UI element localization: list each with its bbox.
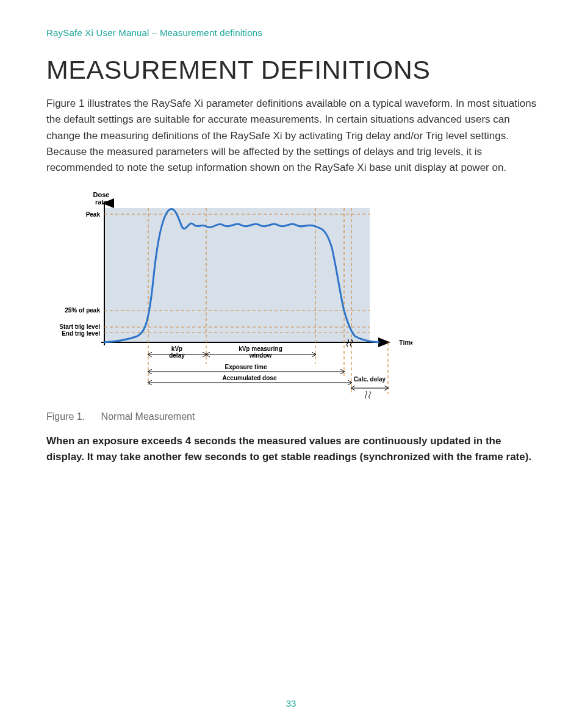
ref-label-25pct: 25% of peak [65, 307, 100, 314]
ref-label-end-trig: End trig level [62, 330, 100, 337]
span-kvp-delay-label-2: delay [169, 352, 185, 359]
figure-caption-label: Figure 1. [46, 411, 85, 422]
y-axis-label-2: rate [95, 198, 107, 206]
chart-background [104, 208, 370, 342]
ref-label-start-trig: Start trig level [59, 323, 100, 330]
y-axis-label-1: Dose [93, 191, 110, 198]
span-calc-delay-label: Calc. delay [354, 376, 386, 383]
span-kvp-delay-label-1: kVp [171, 345, 182, 352]
axis-break-calc-delay [365, 391, 371, 398]
intro-paragraph: Figure 1 illustrates the RaySafe Xi para… [46, 96, 539, 176]
page-number: 33 [0, 698, 582, 708]
figure-1: Dose rate Time Peak 25% of peak Start tr… [46, 190, 539, 403]
span-kvp-window-label-1: kVp measuring [239, 345, 282, 352]
span-exposure-time-label: Exposure time [225, 364, 267, 370]
breadcrumb: RaySafe Xi User Manual – Measurement def… [46, 27, 539, 38]
span-kvp-window-label-2: window [249, 352, 272, 359]
page-title: Measurement Definitions [46, 55, 539, 85]
figure-caption: Figure 1. Normal Measurement [46, 411, 539, 422]
x-axis-label: Time [399, 339, 412, 346]
bold-note: When an exposure exceeds 4 seconds the m… [46, 433, 539, 466]
span-accum-dose-label: Accumulated dose [223, 375, 277, 381]
figure-caption-text: Normal Measurement [101, 411, 195, 422]
waveform-chart: Dose rate Time Peak 25% of peak Start tr… [46, 190, 412, 400]
ref-label-peak: Peak [86, 211, 101, 218]
page: RaySafe Xi User Manual – Measurement def… [0, 0, 582, 728]
